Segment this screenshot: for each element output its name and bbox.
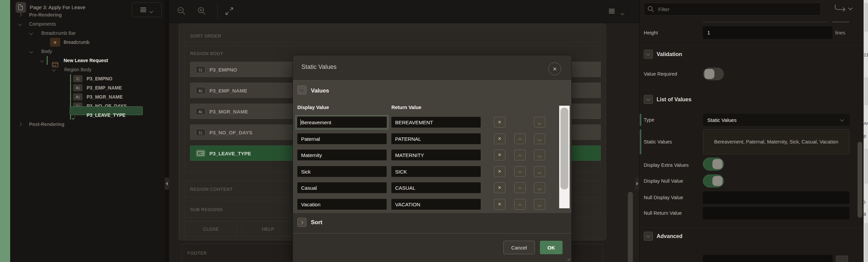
zoom-in-icon[interactable] <box>197 6 207 16</box>
return-value-input[interactable] <box>391 182 481 193</box>
sort-order-slot[interactable]: SORT ORDER <box>184 29 600 43</box>
move-up-icon[interactable] <box>514 133 526 144</box>
advanced-section-toggle[interactable] <box>644 232 653 241</box>
return-value-input[interactable] <box>391 117 481 128</box>
pane-splitter[interactable] <box>165 0 169 262</box>
chevron-right-icon[interactable] <box>19 13 22 17</box>
move-up-icon[interactable] <box>514 150 526 160</box>
display-value-input[interactable] <box>297 199 387 210</box>
tree-item-p3-leave-type-selected[interactable]: P3_LEAVE_TYPE <box>10 110 165 120</box>
value-required-toggle[interactable] <box>703 68 724 80</box>
move-up-icon[interactable] <box>514 199 526 210</box>
tree-item-breadcrumb[interactable]: » Breadcrumb <box>10 37 165 47</box>
display-extra-values-toggle[interactable] <box>703 158 724 171</box>
expand-icon[interactable] <box>224 6 234 16</box>
display-null-value-toggle[interactable] <box>703 175 724 187</box>
partial-bottom-input[interactable] <box>703 255 832 262</box>
properties-scrollbar-thumb[interactable] <box>858 142 862 218</box>
tree-item-p3-emp-name[interactable]: A| P3_EMP_NAME <box>10 83 165 92</box>
dialog-resize-grip[interactable] <box>565 256 570 261</box>
validation-section-toggle[interactable] <box>644 50 653 59</box>
collapse-left-pane-handle[interactable] <box>165 178 169 190</box>
filter-input[interactable] <box>658 3 817 15</box>
move-up-icon[interactable] <box>514 166 526 177</box>
display-value-input[interactable] <box>297 150 387 160</box>
canvas-vertical-scrollbar[interactable] <box>628 192 633 262</box>
slot-label: REGION CONTENT <box>190 187 233 192</box>
move-down-icon[interactable] <box>534 150 545 160</box>
tree-item-label: Breadcrumb <box>64 40 89 45</box>
move-up-icon[interactable] <box>514 182 526 193</box>
null-return-value-label: Null Return Value <box>644 210 682 216</box>
tree-item-pre-rendering[interactable]: Pre-Rendering <box>10 10 165 19</box>
return-value-input[interactable] <box>391 199 481 210</box>
canvas-item-label: P3_NO_OF_DAYS <box>209 129 252 135</box>
chevron-down-icon[interactable] <box>19 22 22 26</box>
chevron-down-icon[interactable] <box>52 68 56 71</box>
dialog-scrollbar-track[interactable] <box>559 106 570 208</box>
zoom-out-icon[interactable] <box>177 6 187 16</box>
type-select[interactable]: Static Values <box>703 114 849 126</box>
dialog-scrollbar-thumb[interactable] <box>561 108 568 189</box>
tree-item-p3-empno[interactable]: 1| P3_EMPNO <box>10 74 165 83</box>
help-button-slot[interactable]: HELP <box>242 221 295 236</box>
tree-item-region-body[interactable]: Region Body <box>10 65 165 74</box>
move-down-icon[interactable] <box>534 182 545 193</box>
remove-row-icon[interactable]: × <box>494 117 505 128</box>
tree-item-breadcrumb-bar[interactable]: Breadcrumb Bar <box>10 28 165 37</box>
sort-section-bar: Sort <box>293 213 571 233</box>
tree-item-p3-mgr-name[interactable]: A| P3_MGR_NAME <box>10 92 165 101</box>
return-value-input[interactable] <box>391 133 481 144</box>
chevron-down-icon[interactable] <box>30 31 33 35</box>
partial-bottom-button[interactable] <box>836 256 848 262</box>
display-value-input[interactable] <box>297 182 387 193</box>
text-field-icon: A| <box>196 87 205 94</box>
tree-item-components[interactable]: Components <box>10 19 165 28</box>
move-down-icon[interactable] <box>534 199 545 210</box>
static-values-summary-field[interactable]: Bereavement, Paternal, Maternity, Sick, … <box>703 129 849 154</box>
canvas-menu-button[interactable] <box>609 5 628 18</box>
sort-section-toggle[interactable] <box>297 218 306 227</box>
move-down-icon[interactable] <box>534 117 545 128</box>
canvas-item-label: P3_LEAVE_TYPE <box>209 150 251 156</box>
list-of-values-section-toggle[interactable] <box>644 95 653 104</box>
list-of-values-section-title: List of Values <box>657 97 691 103</box>
return-value-input[interactable] <box>391 166 481 177</box>
null-display-value-input[interactable] <box>703 191 849 204</box>
tree-item-label: Components <box>29 21 56 27</box>
section-divider <box>640 88 864 89</box>
ok-button[interactable]: OK <box>540 241 563 254</box>
move-down-icon[interactable] <box>534 166 545 177</box>
display-value-input[interactable] <box>297 117 387 128</box>
chevron-down-icon[interactable] <box>30 50 33 53</box>
remove-row-icon[interactable]: × <box>494 182 505 193</box>
chevron-right-icon[interactable] <box>19 123 22 126</box>
close-icon[interactable]: × <box>548 62 561 75</box>
slot-label: FOOTER <box>187 251 207 256</box>
display-value-input[interactable] <box>297 133 387 144</box>
cancel-button[interactable]: Cancel <box>503 241 535 254</box>
remove-row-icon[interactable]: × <box>494 199 505 210</box>
remove-row-icon[interactable]: × <box>494 150 505 160</box>
tree-item-post-rendering[interactable]: Post-Rendering <box>10 120 165 129</box>
go-to-group-icon[interactable] <box>833 3 853 15</box>
canvas-item-label: P3_MGR_NAME <box>209 108 248 114</box>
close-button-slot[interactable]: CLOSE <box>184 221 237 236</box>
search-icon <box>647 6 654 12</box>
tree-item-new-leave-request[interactable]: New Leave Request <box>10 56 165 65</box>
tree-item-body[interactable]: Body <box>10 47 165 56</box>
validation-section-title: Validation <box>657 51 682 57</box>
display-value-input[interactable] <box>297 166 387 177</box>
sort-section-title: Sort <box>311 219 322 226</box>
return-value-input[interactable] <box>391 150 481 160</box>
remove-row-icon[interactable]: × <box>494 133 505 144</box>
remove-row-icon[interactable]: × <box>494 166 505 177</box>
dialog-header[interactable]: Static Values × <box>293 55 571 80</box>
collapse-right-pane-handle[interactable] <box>635 178 639 190</box>
move-down-icon[interactable] <box>534 133 545 144</box>
height-input[interactable] <box>703 26 832 39</box>
chevron-down-icon[interactable] <box>41 59 44 62</box>
null-return-value-input[interactable] <box>703 207 849 219</box>
values-section-toggle[interactable] <box>297 85 306 95</box>
background-text-fragment: p <box>864 133 868 138</box>
